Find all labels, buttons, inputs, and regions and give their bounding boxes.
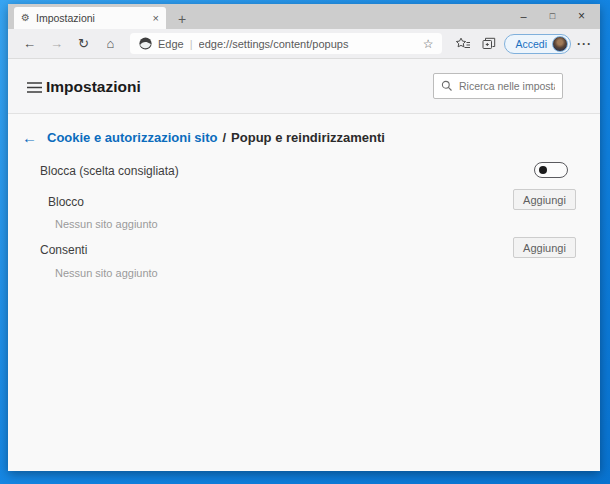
tab-close-icon[interactable]: × [153,13,159,24]
breadcrumb-separator: / [222,130,226,145]
back-icon[interactable]: ← [16,37,43,50]
settings-header: Impostazioni [8,59,600,114]
section-label-allow: Consenti [40,243,87,257]
page-title: Impostazioni [46,78,141,96]
breadcrumb-current: Popup e reindirizzamenti [231,130,385,145]
settings-content: ← Cookie e autorizzazioni sito / Popup e… [8,114,600,471]
block-toggle-label: Blocca (scelta consigliata) [40,164,179,178]
tab-title: Impostazioni [36,12,147,24]
menu-icon[interactable] [27,82,42,93]
search-input[interactable] [459,80,555,92]
more-menu-icon[interactable]: ··· [577,37,592,51]
signin-button[interactable]: Accedi [504,34,571,54]
address-bar[interactable]: Edge | edge://settings/content/popups ☆ [130,33,442,54]
navigation-bar: ← → ↻ ⌂ Edge | edge://settings/content/p… [8,29,600,59]
block-toggle[interactable] [534,162,568,178]
favorites-hub-icon[interactable] [450,37,476,50]
minimize-button[interactable]: – [509,10,538,22]
refresh-icon[interactable]: ↻ [70,37,97,50]
empty-state-allow: Nessun sito aggiunto [55,267,158,279]
add-block-site-button[interactable]: Aggiungi [513,189,576,210]
gear-icon: ⚙ [21,13,30,23]
forward-icon[interactable]: → [43,37,70,50]
window-controls: – □ × [509,4,596,28]
breadcrumb: ← Cookie e autorizzazioni sito / Popup e… [22,129,385,146]
edge-logo-icon [139,37,152,50]
toggle-knob [539,166,547,174]
add-allow-site-button[interactable]: Aggiungi [513,237,576,258]
url-text: edge://settings/content/popups [199,38,417,50]
maximize-button[interactable]: □ [538,11,567,21]
search-icon [441,80,453,92]
collections-icon[interactable] [476,37,502,50]
breadcrumb-back-icon[interactable]: ← [22,129,37,146]
browser-window: ⚙ Impostazioni × + – □ × ← → ↻ ⌂ Edge | … [8,4,600,471]
url-separator: | [190,38,193,50]
home-icon[interactable]: ⌂ [97,37,124,50]
empty-state-block: Nessun sito aggiunto [55,218,158,230]
favorite-star-icon[interactable]: ☆ [423,37,434,51]
tab-bar: ⚙ Impostazioni × + – □ × [8,4,600,29]
close-window-button[interactable]: × [567,9,596,23]
signin-label: Accedi [515,38,547,50]
site-label: Edge [158,38,184,50]
avatar [552,36,568,52]
breadcrumb-parent-link[interactable]: Cookie e autorizzazioni sito [47,130,217,145]
new-tab-button[interactable]: + [178,12,186,26]
section-label-block: Blocco [48,195,84,209]
settings-search[interactable] [433,73,563,99]
tab-impostazioni[interactable]: ⚙ Impostazioni × [14,7,166,29]
